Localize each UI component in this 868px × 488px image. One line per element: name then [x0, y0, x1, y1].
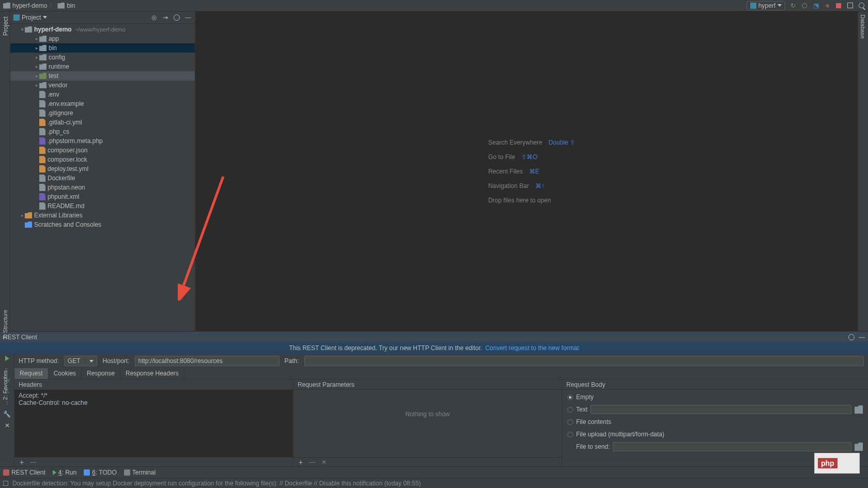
body-text-option[interactable]: Text: [565, 403, 865, 416]
body-file-option[interactable]: File contents: [565, 416, 865, 428]
bug-icon[interactable]: [801, 2, 808, 9]
project-tree[interactable]: hyperf-demo~/www/hyperf-demoappbinconfig…: [10, 24, 195, 331]
tree-row[interactable]: Dockerfile: [10, 174, 195, 183]
body-upload-option[interactable]: File upload (multipart/form-data): [565, 428, 865, 440]
swap-icon[interactable]: ↕: [6, 399, 9, 406]
tree-row[interactable]: .phpstorm.meta.php: [10, 136, 195, 146]
navigation-bar: hyperf-demo 〉 bin hyperf ↻ ⬔ ⎆: [0, 0, 868, 11]
headers-col-title: Headers: [14, 380, 293, 390]
body-empty-label: Empty: [576, 393, 594, 401]
tree-row[interactable]: .gitlab-ci.yml: [10, 118, 195, 127]
dropdown-icon: [778, 4, 782, 7]
tree-row[interactable]: hyperf-demo~/www/hyperf-demo: [10, 25, 195, 34]
breadcrumb-folder: bin: [67, 2, 75, 9]
tip-search-key: Double ⇧: [549, 139, 575, 146]
attach-icon[interactable]: ⎆: [824, 2, 831, 9]
tree-row[interactable]: External Libraries: [10, 211, 195, 220]
hide-icon[interactable]: —: [184, 14, 192, 21]
body-file-label: File contents: [576, 418, 611, 426]
project-view-select[interactable]: Project: [13, 14, 47, 21]
tree-row[interactable]: phpstan.neon: [10, 183, 195, 192]
search-icon[interactable]: [858, 2, 865, 9]
wrench-icon[interactable]: 🔧: [3, 411, 11, 418]
body-upload-label: File upload (multipart/form-data): [576, 431, 664, 438]
tree-row[interactable]: composer.lock: [10, 155, 195, 164]
tree-row[interactable]: deploy.test.yml: [10, 164, 195, 174]
tab-terminal[interactable]: Terminal: [124, 469, 156, 476]
headers-text: Accept: */* Cache-Control: no-cache: [19, 392, 289, 406]
tip-nav-key: ⌘↑: [535, 182, 545, 190]
remove-param-button[interactable]: —: [309, 459, 315, 466]
project-tool-tab[interactable]: Project: [1, 14, 10, 38]
hide-icon[interactable]: —: [859, 334, 865, 341]
remove-header-button[interactable]: —: [30, 459, 36, 466]
tree-row[interactable]: phpunit.xml: [10, 192, 195, 201]
run-config-select[interactable]: hyperf: [747, 1, 785, 10]
favorites-tool-tab[interactable]: 2: Favorites: [2, 370, 8, 400]
tip-recent: Recent Files: [488, 168, 523, 175]
browse-icon[interactable]: [855, 405, 863, 414]
tab-rest-client[interactable]: REST Client: [3, 469, 45, 476]
close-icon[interactable]: ✕: [5, 422, 10, 429]
tree-row[interactable]: composer.json: [10, 146, 195, 155]
tree-row[interactable]: app: [10, 34, 195, 43]
settings-icon[interactable]: [173, 14, 180, 21]
tree-row[interactable]: .env: [10, 90, 195, 99]
tree-row[interactable]: runtime: [10, 62, 195, 71]
tip-goto: Go to File: [488, 153, 515, 161]
run-config-icon: [750, 3, 756, 9]
rest-tab-cookies[interactable]: Cookies: [49, 368, 82, 379]
collapse-icon[interactable]: ⇥: [162, 14, 169, 21]
tree-row[interactable]: .gitignore: [10, 108, 195, 118]
rest-tabs: RequestCookiesResponseResponse Headers: [14, 368, 868, 380]
tree-row[interactable]: .env.example: [10, 99, 195, 108]
dropdown-icon: [43, 16, 47, 19]
method-select[interactable]: GET: [64, 356, 98, 366]
tree-row[interactable]: test: [10, 71, 195, 81]
folder-icon: [3, 3, 10, 9]
sync-icon[interactable]: ↻: [789, 2, 797, 9]
clear-params-button[interactable]: ✕: [321, 459, 327, 466]
tip-nav: Navigation Bar: [488, 182, 529, 190]
path-input[interactable]: [304, 356, 864, 366]
body-empty-option[interactable]: Empty: [565, 391, 865, 403]
breadcrumb-sep: 〉: [49, 1, 55, 10]
tip-search: Search Everywhere: [488, 139, 542, 146]
tree-row[interactable]: vendor: [10, 81, 195, 90]
body-text-input[interactable]: [591, 405, 851, 414]
database-tool-tab[interactable]: Database: [858, 11, 868, 331]
rest-tab-request[interactable]: Request: [14, 368, 49, 379]
tree-row[interactable]: .php_cs: [10, 127, 195, 136]
params-area: Nothing to show: [293, 390, 562, 457]
headers-editor[interactable]: Accept: */* Cache-Control: no-cache: [14, 390, 293, 457]
breadcrumb[interactable]: hyperf-demo 〉 bin: [3, 1, 75, 10]
banner-link[interactable]: Convert request to the new format: [485, 344, 579, 352]
tab-run[interactable]: 4: Run: [53, 469, 76, 476]
rest-tab-response[interactable]: Response: [82, 368, 120, 379]
path-label: Path:: [285, 357, 299, 365]
locate-icon[interactable]: ◎: [150, 14, 158, 21]
params-empty-text: Nothing to show: [405, 411, 450, 418]
folder-icon: [57, 3, 65, 9]
tree-row[interactable]: README.md: [10, 201, 195, 211]
add-header-button[interactable]: +: [20, 458, 24, 466]
left-gutter: Project: [0, 11, 10, 331]
settings-icon[interactable]: [848, 334, 855, 340]
tab-todo[interactable]: 6: TODO: [84, 469, 117, 476]
stop-button[interactable]: [835, 2, 842, 9]
rest-tab-response-headers[interactable]: Response Headers: [120, 368, 184, 379]
status-text: Dockerfile detection: You may setup Dock…: [12, 480, 421, 487]
add-param-button[interactable]: +: [299, 458, 303, 466]
layout-icon[interactable]: [846, 2, 854, 9]
tree-row[interactable]: config: [10, 53, 195, 62]
tip-goto-key: ⇧⌘O: [521, 153, 537, 161]
browse-icon[interactable]: [855, 443, 863, 451]
editor-area[interactable]: Search EverywhereDouble ⇧ Go to File⇧⌘O …: [195, 11, 868, 331]
status-indicator-icon[interactable]: [3, 481, 8, 486]
tree-row[interactable]: bin: [10, 43, 195, 53]
host-input[interactable]: [135, 356, 280, 366]
file-to-send-input[interactable]: [613, 442, 851, 451]
coverage-icon[interactable]: ⬔: [812, 2, 819, 9]
tree-row[interactable]: Scratches and Consoles: [10, 220, 195, 229]
structure-tool-tab[interactable]: 7: Structure: [2, 310, 8, 339]
